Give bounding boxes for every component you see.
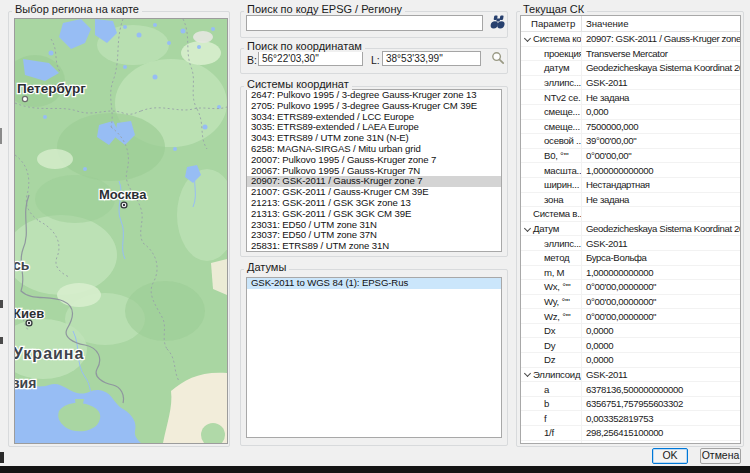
param-value: Geodezicheskaya Sistema Koordinat 2011 xyxy=(582,223,740,234)
param-row[interactable]: эллипс...GSK-2011 xyxy=(521,236,740,251)
map-label-moldova-part: вия xyxy=(15,375,36,391)
param-name: Dx xyxy=(544,325,555,336)
param-name: эллипс... xyxy=(544,238,581,249)
param-row[interactable]: Dy0,0000 xyxy=(521,338,740,353)
param-name: B0, °'" xyxy=(544,150,568,161)
param-name: f xyxy=(544,413,546,424)
param-row[interactable]: зонаНе задана xyxy=(521,193,740,208)
param-value: GSK-2011 xyxy=(582,77,740,88)
list-item[interactable]: 2647: Pulkovo 1995 / 3-degree Gauss-Krug… xyxy=(247,90,501,101)
chevron-down-icon[interactable] xyxy=(523,34,532,43)
param-row[interactable]: Система в... xyxy=(521,207,740,222)
param-row[interactable]: эллипс...GSK-2011 xyxy=(521,76,740,91)
param-row[interactable]: методБурса-Вольфа xyxy=(521,251,740,266)
binoculars-icon xyxy=(488,14,506,31)
list-item[interactable]: 20007: Pulkovo 1995 / Gauss-Kruger zone … xyxy=(247,155,501,166)
map-label-petersburg: Петербург xyxy=(17,81,86,96)
chevron-down-icon[interactable] xyxy=(523,224,532,233)
param-row[interactable]: 1/f298,256415100000 xyxy=(521,426,740,441)
param-row[interactable]: проекцияTransverse Mercator xyxy=(521,47,740,62)
param-name: Wy, °'" xyxy=(544,296,570,307)
list-item[interactable]: 3035: ETRS89-extended / LAEA Europe xyxy=(247,122,501,133)
map-groupbox-title: Выбор региона на карте xyxy=(12,3,142,15)
column-header-value[interactable]: Значение xyxy=(582,16,629,31)
param-row[interactable]: e0,081819301547 xyxy=(521,441,740,444)
list-item[interactable]: 21213: GSK-2011 / GSK 3GK zone 13 xyxy=(247,198,501,209)
param-row[interactable]: B0, °'"0°00'00,00" xyxy=(521,149,740,164)
magnifier-icon xyxy=(491,51,505,65)
list-item[interactable]: 2705: Pulkovo 1995 / 3-degree Gauss-Krug… xyxy=(247,101,501,112)
param-name: Wz, °'" xyxy=(544,311,571,322)
param-row[interactable]: a6378136,500000000000 xyxy=(521,382,740,397)
param-name: датум xyxy=(544,62,569,73)
map-label-ukraine: Украина xyxy=(15,345,84,362)
param-name: Система в... xyxy=(533,208,582,219)
param-row[interactable]: f0,003352819753 xyxy=(521,411,740,426)
screen-edge-artifact xyxy=(0,337,3,344)
param-row[interactable]: смеще...0,000 xyxy=(521,105,740,120)
param-name: NTv2 се... xyxy=(544,92,582,103)
longitude-label: L: xyxy=(371,54,380,66)
param-name: Эллипсоид xyxy=(533,369,580,380)
binoculars-search-button[interactable] xyxy=(488,14,506,31)
param-row[interactable]: ДатумGeodezicheskaya Sistema Koordinat 2… xyxy=(521,222,740,237)
param-value: 7500000,000 xyxy=(582,121,740,132)
epsg-search-input[interactable] xyxy=(246,15,483,31)
crs-list[interactable]: 2647: Pulkovo 1995 / 3-degree Gauss-Krug… xyxy=(246,89,502,252)
param-value: 0,0000 xyxy=(582,354,740,365)
param-name: ширин... xyxy=(544,179,579,190)
param-row[interactable]: ширин...Нестандартная xyxy=(521,178,740,193)
param-name: Dy xyxy=(544,340,555,351)
moscow-marker-icon xyxy=(120,201,127,208)
param-value: 298,256415100000 xyxy=(582,427,740,438)
param-value: 6378136,500000000000 xyxy=(582,384,740,395)
param-name: смеще... xyxy=(544,106,580,117)
region-map[interactable]: Петербург Москва сь Киев Украина вия xyxy=(14,18,228,444)
petersburg-marker-icon xyxy=(22,96,27,101)
param-value: Не задана xyxy=(582,194,740,205)
list-item[interactable]: 23037: ED50 / UTM zone 37N xyxy=(247,230,501,241)
list-item[interactable]: 20907: GSK-2011 / Gauss-Kruger zone 7 xyxy=(247,176,501,187)
screen-bottom-bar xyxy=(0,466,750,473)
list-item[interactable]: 25831: ETRS89 / UTM zone 31N xyxy=(247,241,501,252)
param-row[interactable]: Wx, °'"0°00'00,0000000" xyxy=(521,280,740,295)
map-label-kiev: Киев xyxy=(15,306,44,321)
param-row[interactable]: Dx0,0000 xyxy=(521,324,740,339)
latitude-input[interactable] xyxy=(258,51,363,66)
longitude-input[interactable] xyxy=(382,51,481,66)
param-row[interactable]: масшта...1,000000000000 xyxy=(521,163,740,178)
param-name: Dz xyxy=(544,354,555,365)
current-crs-table[interactable]: Параметр Значение Система ко...20907: GS… xyxy=(520,15,741,444)
list-item[interactable]: 3043: ETRS89 / UTM zone 31N (N-E) xyxy=(247,133,501,144)
param-row[interactable]: смеще...7500000,000 xyxy=(521,120,740,135)
list-item[interactable]: 3034: ETRS89-extended / LCC Europe xyxy=(247,112,501,123)
param-name: m, M xyxy=(544,267,564,278)
param-row[interactable]: Dz0,0000 xyxy=(521,353,740,368)
param-value: 0,0000 xyxy=(582,325,740,336)
param-row[interactable]: NTv2 се...Не задана xyxy=(521,90,740,105)
param-row[interactable]: Wz, °'"0°00'00,0000000" xyxy=(521,309,740,324)
param-row[interactable]: Система ко...20907: GSK-2011 / Gauss-Kru… xyxy=(521,32,740,47)
coord-search-button[interactable] xyxy=(491,51,505,65)
ok-button[interactable]: OK xyxy=(652,448,688,464)
list-item[interactable]: 20067: Pulkovo 1995 / Gauss-Kruger 7N xyxy=(247,166,501,177)
list-item[interactable]: GSK-2011 to WGS 84 (1): EPSG-Rus xyxy=(247,278,501,289)
chevron-down-icon[interactable] xyxy=(523,370,532,379)
list-item[interactable]: 6258: MAGNA-SIRGAS / Mitu urban grid xyxy=(247,144,501,155)
param-row[interactable]: b6356751,757955603302 xyxy=(521,397,740,412)
column-header-parameter[interactable]: Параметр xyxy=(521,16,582,31)
list-item[interactable]: 23031: ED50 / UTM zone 31N xyxy=(247,220,501,231)
param-name: проекция xyxy=(544,48,582,59)
param-value: Бурса-Вольфа xyxy=(582,252,740,263)
param-row[interactable]: Wy, °'"0°00'00,0000000" xyxy=(521,295,740,310)
param-row[interactable]: ЭллипсоидGSK-2011 xyxy=(521,368,740,383)
param-name: метод xyxy=(544,252,569,263)
list-item[interactable]: 21313: GSK-2011 / GSK 3GK CM 39E xyxy=(247,209,501,220)
cancel-button[interactable]: Отмена xyxy=(700,448,741,464)
param-name: зона xyxy=(544,194,563,205)
param-row[interactable]: датумGeodezicheskaya Sistema Koordinat 2… xyxy=(521,61,740,76)
param-row[interactable]: m, M1,000000000000 xyxy=(521,266,740,281)
datum-list[interactable]: GSK-2011 to WGS 84 (1): EPSG-Rus xyxy=(246,277,502,438)
list-item[interactable]: 21007: GSK-2011 / Gauss-Kruger CM 39E xyxy=(247,187,501,198)
param-row[interactable]: осевой ...39°00'00,00" xyxy=(521,134,740,149)
